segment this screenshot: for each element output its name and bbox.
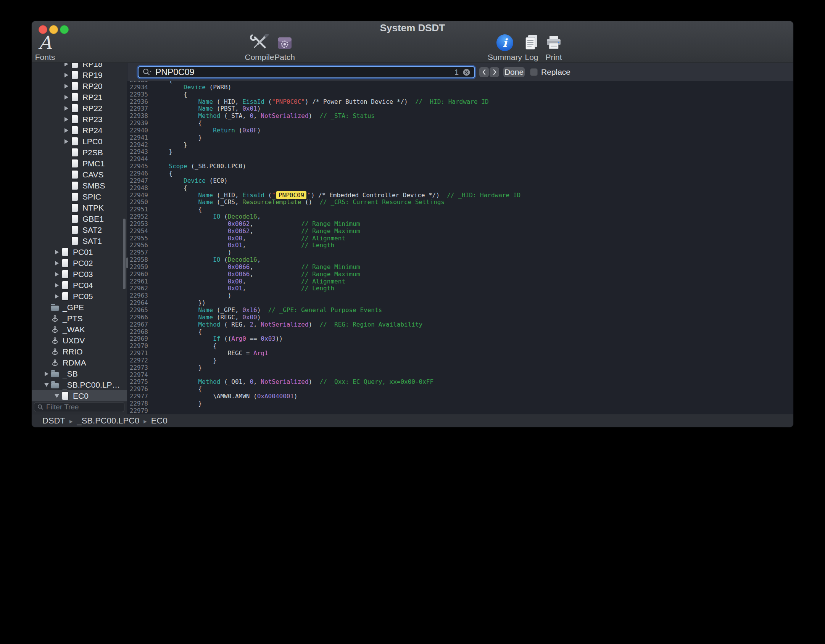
tree-item-RP19[interactable]: RP19	[32, 69, 127, 80]
line-number: 22974	[127, 372, 154, 379]
code-text: Method (_STA, 0, NotSerialized) // _STA:…	[154, 112, 375, 119]
disclosure-right-icon[interactable]	[62, 80, 71, 92]
tree-item-SPIC[interactable]: SPIC	[32, 191, 127, 202]
tree-item-_PTS[interactable]: _PTS	[32, 313, 127, 324]
tree-item-PMC1[interactable]: PMC1	[32, 158, 127, 169]
next-match-button[interactable]	[490, 67, 499, 77]
disclosure-spacer	[42, 346, 51, 357]
tree-item-EC0[interactable]: EC0	[32, 390, 127, 401]
disclosure-spacer	[62, 191, 71, 202]
tree-item-RP21[interactable]: RP21	[32, 92, 127, 103]
disclosure-right-icon[interactable]	[53, 280, 61, 291]
tree-item-_SB[interactable]: _SB	[32, 368, 127, 379]
code-line: 22975 Method (_Q01, 0, NotSerialized) //…	[127, 378, 793, 386]
zoom-button[interactable]	[60, 25, 69, 34]
info-icon: i	[496, 34, 513, 51]
disclosure-right-icon[interactable]	[62, 103, 71, 114]
toolbar-fonts-button[interactable]: A Fonts	[32, 34, 58, 62]
tree-item-label: _PTS	[63, 314, 83, 323]
code-text: }	[154, 141, 187, 148]
tree-item-RDMA[interactable]: RDMA	[32, 357, 127, 368]
tree-item-RP18[interactable]: RP18	[32, 63, 127, 69]
disclosure-right-icon[interactable]	[62, 92, 71, 103]
tree-item-_GPE[interactable]: _GPE	[32, 302, 127, 313]
code-text: Name (PBST, 0x01)	[154, 105, 261, 112]
tree-item-RP20[interactable]: RP20	[32, 80, 127, 92]
tree-item-GBE1[interactable]: GBE1	[32, 213, 127, 224]
line-number: 22973	[127, 364, 154, 372]
tree-item-P2SB[interactable]: P2SB	[32, 147, 127, 158]
method-icon	[51, 347, 59, 356]
code-text: \AMW0.AMWN (0xA0040001)	[154, 393, 298, 400]
disclosure-right-icon[interactable]	[62, 114, 71, 125]
disclosure-right-icon[interactable]	[53, 258, 61, 269]
tree-item-PC04[interactable]: PC04	[32, 280, 127, 291]
tree-item-label: RP24	[82, 126, 103, 135]
tree-item-RP22[interactable]: RP22	[32, 103, 127, 114]
disclosure-right-icon[interactable]	[42, 368, 51, 379]
disclosure-right-icon[interactable]	[62, 69, 71, 80]
app-window: System DSDT A Fonts Compile	[32, 21, 793, 427]
disclosure-right-icon[interactable]	[62, 136, 71, 147]
tree-item-PC03[interactable]: PC03	[32, 269, 127, 280]
tree-item-SAT2[interactable]: SAT2	[32, 224, 127, 235]
disclosure-down-icon[interactable]	[42, 379, 51, 390]
tree-item-NTPK[interactable]: NTPK	[32, 202, 127, 213]
toolbar-patch-button[interactable]: Patch	[269, 34, 301, 62]
tree-item-SAT1[interactable]: SAT1	[32, 235, 127, 246]
disclosure-right-icon[interactable]	[53, 246, 61, 258]
line-number: 22953	[127, 221, 154, 228]
line-number: 22952	[127, 213, 154, 221]
disclosure-right-icon[interactable]	[53, 269, 61, 280]
toolbar-print-button[interactable]: Print	[541, 34, 567, 62]
code-line: 22948 {	[127, 185, 793, 192]
find-search-field[interactable]: PNP0C09 1	[138, 66, 475, 78]
toolbar-summary-button[interactable]: i Summary	[488, 34, 522, 62]
doc-icon	[71, 126, 79, 135]
clear-search-button[interactable]	[462, 68, 471, 76]
line-number: 22975	[127, 378, 154, 386]
line-number: 22936	[127, 98, 154, 106]
filter-tree-input[interactable]: Filter Tree	[34, 402, 124, 412]
tree-item-PC02[interactable]: PC02	[32, 258, 127, 269]
tree-item-_SB.PC00.LP…[interactable]: _SB.PC00.LP…	[32, 379, 127, 390]
tree-item-RP23[interactable]: RP23	[32, 114, 127, 125]
tree-item-RRIO[interactable]: RRIO	[32, 346, 127, 357]
disclosure-right-icon[interactable]	[62, 63, 71, 69]
tree-item-CAVS[interactable]: CAVS	[32, 169, 127, 180]
code-line: 22964 })	[127, 299, 793, 307]
disclosure-down-icon[interactable]	[53, 390, 61, 401]
code-text: Device (EC0)	[154, 177, 228, 184]
tree-item-LPC0[interactable]: LPC0	[32, 136, 127, 147]
chevron-right-icon	[492, 69, 497, 75]
code-text: }	[154, 134, 202, 141]
sidebar-scrollbar-thumb[interactable]	[123, 219, 126, 289]
method-icon	[51, 314, 59, 323]
tree-item-label: RP18	[82, 63, 103, 69]
done-button[interactable]: Done	[503, 67, 525, 77]
doc-icon	[71, 93, 79, 102]
line-number: 22969	[127, 335, 154, 343]
tree-item-UXDV[interactable]: UXDV	[32, 335, 127, 346]
code-text: IO (Decode16,	[154, 213, 261, 220]
tree-item-PC01[interactable]: PC01	[32, 246, 127, 258]
tree-item-PC05[interactable]: PC05	[32, 291, 127, 302]
breadcrumb-item: EC0	[151, 416, 168, 425]
code-lines[interactable]: 22933 {22934 Device (PWRB)22935 {22936 N…	[127, 77, 793, 414]
code-text: 0x00, // Alignment	[154, 278, 345, 285]
disclosure-right-icon[interactable]	[62, 125, 71, 136]
previous-match-button[interactable]	[479, 67, 489, 77]
line-number: 22946	[127, 170, 154, 177]
code-text: Name (_HID, EisaId ("PNP0C09") /* Embedd…	[154, 192, 520, 199]
method-icon	[51, 358, 59, 367]
line-number: 22966	[127, 314, 154, 321]
code-line: 22935 {	[127, 91, 793, 98]
tree-item-SMBS[interactable]: SMBS	[32, 180, 127, 191]
replace-checkbox[interactable]	[530, 68, 538, 76]
tree-item-RP24[interactable]: RP24	[32, 125, 127, 136]
tree-item-_WAK[interactable]: _WAK	[32, 324, 127, 335]
line-number: 22934	[127, 84, 154, 91]
splitter-handle[interactable]	[126, 258, 128, 268]
disclosure-right-icon[interactable]	[53, 291, 61, 302]
search-menu-icon[interactable]	[142, 68, 152, 76]
